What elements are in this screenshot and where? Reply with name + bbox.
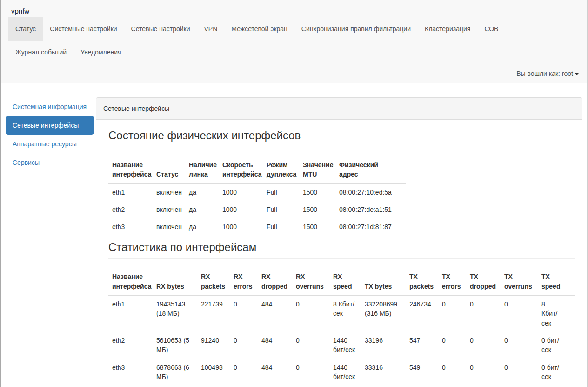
cell: eth2 — [108, 201, 153, 218]
cell: Full — [263, 218, 299, 236]
tab-vpn[interactable]: VPN — [197, 17, 225, 41]
cell: 0 бит/ сек — [538, 359, 575, 385]
cell: 1000 — [219, 183, 263, 201]
column-header-rx-overruns: RX overruns — [292, 268, 329, 295]
cell: 19435143 (18 МБ) — [153, 295, 197, 332]
cell: 484 — [258, 295, 292, 332]
interface-statistics-table: Название интерфейса RX bytes RX packets … — [108, 268, 575, 385]
column-header-tx-packets: TX packets — [406, 268, 438, 295]
app-brand: vpnfw — [1, 0, 587, 17]
cell: 8 Кбит/ сек — [538, 295, 575, 332]
cell: 0 — [501, 295, 538, 332]
column-header-rx-speed: RX speed — [329, 268, 361, 295]
cell: 0 — [501, 332, 538, 359]
tab-network-settings[interactable]: Сетевые настройки — [124, 17, 197, 41]
user-label: Вы вошли как: root — [516, 70, 573, 77]
tab-notifications[interactable]: Уведомления — [74, 41, 128, 64]
cell: 5610653 (5 МБ) — [153, 332, 197, 359]
table-row: eth2 включен да 1000 Full 1500 08:00:27:… — [108, 201, 406, 218]
column-header-rx-bytes: RX bytes — [153, 268, 197, 295]
column-header-tx-bytes: TX bytes — [361, 268, 406, 295]
cell: 0 — [438, 359, 466, 385]
cell: 1500 — [299, 218, 335, 236]
cell: 0 — [501, 359, 538, 385]
cell: 0 — [230, 332, 258, 359]
column-header-interface-name: Название интерфейса — [108, 156, 153, 183]
cell: 0 — [438, 295, 466, 332]
cell: 1000 — [219, 218, 263, 236]
cell: 547 — [406, 332, 438, 359]
tab-clustering[interactable]: Кластеризация — [418, 17, 477, 41]
tab-filter-rules-sync[interactable]: Синхронизация правил фильтрации — [294, 17, 418, 41]
sidebar-item-system-info[interactable]: Системная информация — [6, 97, 94, 116]
column-header-rx-dropped: RX dropped — [258, 268, 292, 295]
cell: Full — [263, 183, 299, 201]
cell: включен — [153, 218, 185, 236]
section-title-interface-statistics: Статистика по интерфейсам — [108, 241, 575, 259]
table-row: eth3 включен да 1000 Full 1500 08:00:27:… — [108, 218, 406, 236]
table-row: eth3 6878663 (6 МБ) 100498 0 484 0 1440 … — [108, 359, 575, 385]
cell: 33196 — [361, 332, 406, 359]
cell: да — [185, 201, 219, 218]
cell: eth2 — [108, 332, 153, 359]
cell: 484 — [258, 359, 292, 385]
section-title-physical-interfaces: Состояние физических интерфейсов — [108, 129, 575, 147]
cell: 332208699 (316 МБ) — [361, 295, 406, 332]
sidebar-item-services[interactable]: Сервисы — [6, 153, 94, 172]
sidebar-item-hardware-resources[interactable]: Аппаратные ресурсы — [6, 135, 94, 153]
tab-firewall[interactable]: Межсетевой экран — [224, 17, 294, 41]
cell: eth1 — [108, 295, 153, 332]
user-menu[interactable]: Вы вошли как: root — [1, 64, 587, 78]
panel-body: Состояние физических интерфейсов Названи… — [96, 120, 582, 387]
cell: да — [185, 183, 219, 201]
cell: eth3 — [108, 359, 153, 385]
cell: 0 — [466, 359, 501, 385]
column-header-tx-dropped: TX dropped — [466, 268, 501, 295]
cell: да — [185, 218, 219, 236]
cell: включен — [153, 201, 185, 218]
cell: 33316 — [361, 359, 406, 385]
cell: 246734 — [406, 295, 438, 332]
tab-status[interactable]: Статус — [8, 17, 43, 41]
column-header-tx-errors: TX errors — [438, 268, 466, 295]
column-header-interface-name: Название интерфейса — [108, 268, 153, 295]
sidebar-item-network-interfaces[interactable]: Сетевые интерфейсы — [6, 116, 94, 135]
cell: 1440 бит/сек — [329, 332, 361, 359]
column-header-tx-speed: TX speed — [538, 268, 575, 295]
cell: 6878663 (6 МБ) — [153, 359, 197, 385]
cell: 1440 бит/сек — [329, 359, 361, 385]
cell: 0 — [466, 295, 501, 332]
cell: 1500 — [299, 183, 335, 201]
column-header-tx-overruns: TX overruns — [501, 268, 538, 295]
cell: 0 — [230, 295, 258, 332]
column-header-mac: Физический адрес — [335, 156, 406, 183]
panel-title: Сетевые интерфейсы — [96, 98, 582, 120]
caret-down-icon — [575, 73, 579, 75]
column-header-status: Статус — [153, 156, 185, 183]
cell: включен — [153, 183, 185, 201]
cell: 08:00:27:10:ed:5a — [335, 183, 406, 201]
tab-event-log[interactable]: Журнал событий — [8, 41, 74, 64]
cell: 08:00:27:de:a1:51 — [335, 201, 406, 218]
table-header-row: Название интерфейса RX bytes RX packets … — [108, 268, 575, 295]
sidebar: Системная информация Сетевые интерфейсы … — [6, 97, 94, 172]
table-row: eth1 включен да 1000 Full 1500 08:00:27:… — [108, 183, 406, 201]
cell: 0 — [292, 359, 329, 385]
cell: 1000 — [219, 201, 263, 218]
table-header-row: Название интерфейса Статус Наличие линка… — [108, 156, 406, 183]
physical-interfaces-table: Название интерфейса Статус Наличие линка… — [108, 156, 406, 235]
cell: 0 — [438, 332, 466, 359]
column-header-rx-packets: RX packets — [197, 268, 230, 295]
cell: 8 Кбит/ сек — [329, 295, 361, 332]
tab-ids[interactable]: СОВ — [477, 17, 505, 41]
column-header-speed: Скорость интерфейса — [219, 156, 263, 183]
cell: 0 бит/ сек — [538, 332, 575, 359]
cell: 08:00:27:1d:81:87 — [335, 218, 406, 236]
tab-system-settings[interactable]: Системные настройки — [43, 17, 124, 41]
cell: 1500 — [299, 201, 335, 218]
table-row: eth1 19435143 (18 МБ) 221739 0 484 0 8 К… — [108, 295, 575, 332]
cell: 549 — [406, 359, 438, 385]
cell: 91240 — [197, 332, 230, 359]
cell: 0 — [292, 332, 329, 359]
column-header-link: Наличие линка — [185, 156, 219, 183]
